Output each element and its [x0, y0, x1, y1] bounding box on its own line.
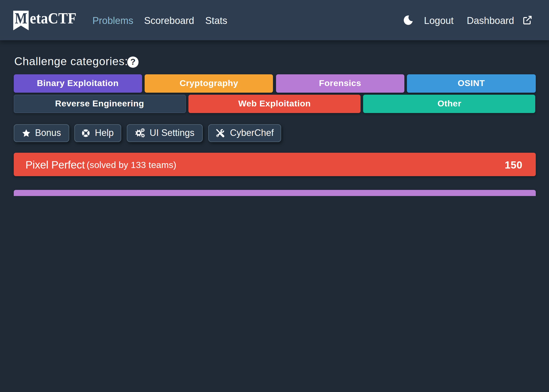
svg-text:etaCTF: etaCTF	[30, 10, 76, 27]
svg-text:M: M	[15, 10, 27, 27]
